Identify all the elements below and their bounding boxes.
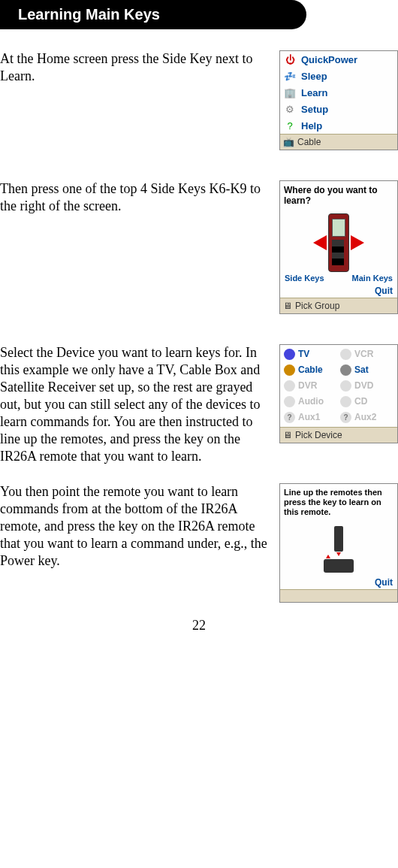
device-cd: CD: [339, 394, 395, 410]
menu-item-label: Sleep: [301, 71, 327, 82]
line-up-remotes-screen: Line up the remotes then press the key t…: [279, 483, 398, 603]
status-icon: 🖥: [283, 430, 292, 440]
remote-lineup-diagram: [280, 522, 397, 576]
step-3-screenshot: TVVCRCableSatDVRDVDAudioCD?Aux1?Aux2 🖥 P…: [279, 344, 398, 443]
aux2-icon: ?: [340, 412, 351, 423]
step-1-screenshot: ⏻QuickPower💤Sleep🏢Learn⚙Setup?Help 📺 Cab…: [279, 50, 398, 150]
menu-item-label: Setup: [301, 104, 328, 115]
cd-icon: [340, 396, 351, 407]
sleep-icon: 💤: [283, 70, 297, 82]
step-3-text: Select the Device you want to learn keys…: [0, 344, 273, 465]
menu-item-sleep: 💤Sleep: [280, 68, 397, 84]
pick-device-screen: TVVCRCableSatDVRDVDAudioCD?Aux1?Aux2 🖥 P…: [279, 344, 398, 443]
step-1: At the Home screen press the Side Key ne…: [0, 50, 398, 150]
sat-icon: [340, 364, 351, 376]
learn-icon: 🏢: [283, 86, 297, 98]
device-vcr: VCR: [339, 346, 395, 362]
audio-icon: [284, 396, 295, 407]
key-group-labels: Side Keys Main Keys: [280, 274, 397, 284]
device-label: TV: [298, 349, 309, 359]
step-4: You then point the remote you want to le…: [0, 483, 398, 603]
section-header: Learning Main Keys: [0, 0, 306, 29]
device-cable: Cable: [282, 362, 339, 378]
dvd-icon: [340, 380, 351, 392]
step-2: Then press one of the top 4 Side Keys K6…: [0, 180, 398, 314]
status-text: Pick Group: [295, 301, 339, 311]
step-4-text: You then point the remote you want to le…: [0, 483, 273, 570]
status-icon: 🖥: [283, 301, 292, 311]
page-number: 22: [0, 610, 398, 641]
cable-icon: [284, 364, 295, 376]
device-sat: Sat: [339, 362, 395, 378]
step-1-text: At the Home screen press the Side Key ne…: [0, 50, 273, 85]
aux1-icon: ?: [284, 412, 295, 423]
help-icon: ?: [283, 119, 297, 132]
status-bar: [280, 589, 397, 602]
step-2-screenshot: Where do you want to learn? Side Keys Ma…: [279, 180, 398, 314]
prompt-where-learn: Where do you want to learn?: [280, 181, 397, 210]
setup-icon: ⚙: [283, 103, 297, 115]
arrow-left-icon: [313, 235, 327, 250]
remote-icon: [328, 213, 349, 272]
device-label: Aux2: [354, 412, 376, 422]
vcr-icon: [340, 349, 351, 360]
status-bar: 📺 Cable: [280, 134, 397, 150]
menu-item-label: QuickPower: [301, 54, 357, 65]
lineup-prompt: Line up the remotes then press the key t…: [280, 484, 397, 522]
menu-item-help: ?Help: [280, 117, 397, 134]
step-2-text: Then press one of the top 4 Side Keys K6…: [0, 180, 273, 215]
side-keys-label: Side Keys: [285, 274, 324, 283]
step-4-screenshot: Line up the remotes then press the key t…: [279, 483, 398, 603]
menu-item-quickpower: ⏻QuickPower: [280, 51, 397, 68]
device-label: Aux1: [298, 412, 320, 422]
tv-icon: [284, 349, 295, 360]
device-label: VCR: [354, 349, 373, 359]
device-aux1: ?Aux1: [282, 410, 339, 425]
step-3: Select the Device you want to learn keys…: [0, 344, 398, 465]
menu-item-label: Learn: [301, 87, 327, 98]
device-dvr: DVR: [282, 378, 339, 394]
device-label: Audio: [298, 396, 324, 407]
arrow-right-icon: [351, 235, 364, 250]
status-bar: 🖥 Pick Device: [280, 427, 397, 443]
remote-bottom-icon: [324, 559, 354, 573]
remote-top-icon: [334, 526, 343, 552]
quickpower-icon: ⏻: [283, 53, 297, 65]
remote-diagram: [280, 210, 397, 274]
device-grid: TVVCRCableSatDVRDVDAudioCD?Aux1?Aux2: [280, 345, 397, 427]
learn-location-screen: Where do you want to learn? Side Keys Ma…: [279, 180, 398, 314]
device-label: Sat: [354, 364, 369, 375]
device-label: DVD: [354, 380, 373, 391]
quit-label: Quit: [280, 284, 397, 298]
device-aux2: ?Aux2: [339, 410, 395, 425]
status-bar: 🖥 Pick Group: [280, 298, 397, 313]
device-tv: TV: [282, 346, 339, 362]
main-keys-label: Main Keys: [352, 274, 393, 283]
home-menu-screen: ⏻QuickPower💤Sleep🏢Learn⚙Setup?Help 📺 Cab…: [279, 50, 398, 150]
menu-item-setup: ⚙Setup: [280, 101, 397, 117]
device-label: CD: [354, 396, 367, 407]
device-dvd: DVD: [339, 378, 395, 394]
status-icon: 📺: [283, 137, 294, 147]
menu-item-label: Help: [301, 120, 322, 132]
quit-label: Quit: [280, 576, 397, 589]
dvr-icon: [284, 380, 295, 392]
status-text: Pick Device: [295, 430, 342, 440]
device-label: DVR: [298, 380, 317, 391]
status-text: Cable: [297, 137, 321, 147]
device-audio: Audio: [282, 394, 339, 410]
menu-item-learn: 🏢Learn: [280, 84, 397, 101]
device-label: Cable: [298, 364, 323, 375]
